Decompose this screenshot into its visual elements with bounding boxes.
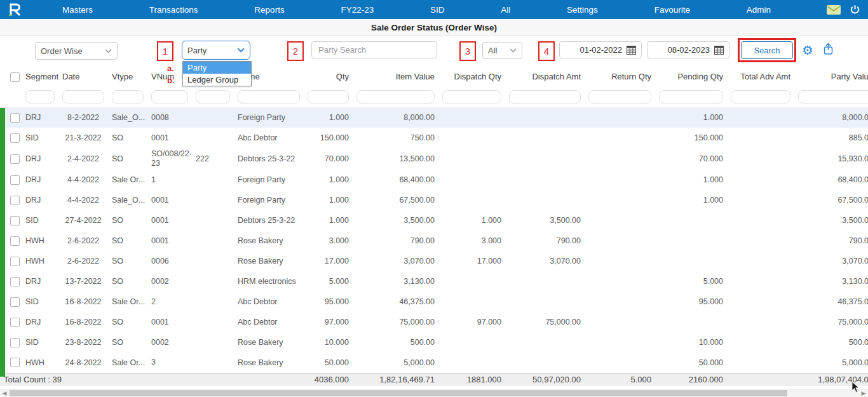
power-icon[interactable] [850,4,860,15]
menu-item-settings[interactable]: Settings [567,5,598,15]
column-header-return_qty[interactable]: Return Qty [585,67,655,86]
table-row[interactable]: HWH24-8-2022Sale Or...3Rose Bakery50.000… [0,353,868,373]
row-checkbox[interactable] [10,236,20,246]
cell-party_value: 8,000.00 [794,107,868,128]
scroll-right-arrow[interactable]: ▶ [859,389,868,397]
row-checkbox[interactable] [10,257,20,266]
date-to-field[interactable]: 08-02-2023 [647,41,729,58]
filter-input-item_value[interactable] [356,90,435,104]
column-header-total_adv_amt[interactable]: Total Adv Amt [727,67,794,86]
filter-input-date[interactable] [62,90,104,104]
cell-dispatch_amt [505,332,585,353]
row-checkbox[interactable] [10,133,20,143]
row-checkbox[interactable] [10,318,20,327]
report-mode-select[interactable]: Order Wise [35,42,118,60]
menu-item-transactions[interactable]: Transactions [149,5,198,15]
dropdown-option-party[interactable]: Party [183,62,251,74]
table-row[interactable]: SID23-8-2022SO0002Rose Bakery10.000500.0… [0,332,868,353]
menu-item-fy22-23[interactable]: FY22-23 [341,5,374,15]
column-header-dispatch_amt[interactable]: Dispatch Amt [505,67,585,86]
row-checkbox[interactable] [10,113,20,123]
cell-vnum: 0001 [147,190,192,210]
cell-segment: HWH [22,231,58,251]
cell-party_value: 790.00 [794,231,868,251]
column-header-date[interactable]: Date [58,67,108,86]
scrollbar-thumb[interactable] [10,390,787,396]
cell-party_value: 68,400.00 [794,170,868,190]
table-row[interactable]: DRJ4-4-2022Sale_O...0001Foreign Party1.0… [0,190,868,210]
cell-pending_qty: 5.000 [655,271,727,292]
table-row[interactable]: SID27-4-2022SO0001Debtors 25-3-221.0003,… [0,210,868,231]
row-checkbox[interactable] [10,297,20,307]
menu-item-all[interactable]: All [501,5,510,15]
filter-cell [438,86,505,107]
cell-party_value: 5,000.00 [794,353,868,373]
table-row[interactable]: DRJ2-4-2022SOSO/008/22-23222Debtors 25-3… [0,148,868,170]
cell-dispatch_amt [505,170,585,190]
table-row[interactable]: DRJ8-2-2022Sale_O...0008Foreign Party1.0… [0,107,868,128]
status-filter-value: All [488,46,497,55]
filter-input-name[interactable] [238,90,300,104]
row-checkbox[interactable] [10,175,20,185]
column-header-segment[interactable]: Segment [22,67,58,86]
row-checkbox[interactable] [10,216,20,225]
menu-item-admin[interactable]: Admin [747,5,771,15]
row-checkbox[interactable] [10,338,20,347]
table-row[interactable]: DRJ16-8-2022SO0001Abc Debtor97.00075,000… [0,312,868,332]
table-row[interactable]: DRJ4-4-2022Sale Or...1Foreign Party1.000… [0,170,868,190]
filter-input-total_adv_amt[interactable] [731,90,790,104]
table-row[interactable]: HWH2-6-2022SO0006Rose Bakery17.0003,070.… [0,251,868,271]
party-type-select[interactable]: Party [182,41,250,60]
column-header-party_value[interactable]: Party Value [794,67,868,86]
column-header-item_value[interactable]: Item Value [353,67,438,86]
table-row[interactable]: SID16-8-2022Sale Or...2Abc Debtor95.0004… [0,292,868,312]
menu-item-reports[interactable]: Reports [254,5,284,15]
cell-party_value: 3,500.00 [794,210,868,231]
row-checkbox[interactable] [10,277,20,286]
cell-qty: 70.000 [304,148,353,170]
filter-input-vnum[interactable] [151,90,188,104]
table-row[interactable]: DRJ13-7-2022SO0002HRM electronics5.0003,… [0,271,868,292]
row-checkbox[interactable] [10,196,20,205]
export-share-icon[interactable] [822,43,834,58]
filter-input-dispatch_qty[interactable] [442,90,501,104]
menu-item-sid[interactable]: SID [430,5,445,15]
date-from-field[interactable]: 01-02-2022 [559,41,642,58]
row-checkbox[interactable] [10,154,20,164]
search-button[interactable]: Search [741,41,793,59]
cell-segment: HWH [22,353,58,373]
status-filter-select[interactable]: All [482,42,522,59]
menu-item-masters[interactable]: Masters [62,5,93,15]
cell-dispatch_qty [438,353,505,373]
dropdown-option-ledger-group[interactable]: Ledger Group [183,74,251,86]
column-header-dispatch_qty[interactable]: Dispatch Qty [438,67,505,86]
table-row[interactable]: HWH2-6-2022SO0001Rose Bakery3.000790.003… [0,231,868,251]
filter-input-dispatch_amt[interactable] [509,90,581,104]
filter-input-pending_qty[interactable] [659,90,723,104]
filter-input-segment[interactable] [25,90,55,104]
filter-input-return_qty[interactable] [588,90,651,104]
cell-party_value: 15,930.00 [794,148,868,170]
settings-gear-icon[interactable]: ⚙ [802,41,813,59]
column-header-qty[interactable]: Qty [304,67,353,86]
filter-input-vtype[interactable] [112,90,144,104]
table-row[interactable]: SID21-3-2022SO0001Abc Debtor150.000750.0… [0,128,868,148]
app-logo[interactable] [0,2,29,17]
row-checkbox[interactable] [10,358,20,367]
menu-item-favourite[interactable]: Favourite [654,5,690,15]
cell-name: Rose Bakery [234,231,304,251]
filter-input-vno[interactable] [196,90,230,104]
party-search-input[interactable] [317,44,431,55]
cell-total_adv_amt [727,190,794,210]
cell-name: Abc Debtor [234,292,304,312]
cell-dispatch_amt [505,353,585,373]
scroll-left-arrow[interactable]: ◀ [0,389,9,397]
annotation-option-b: b. [167,76,175,85]
filter-input-party_value[interactable] [798,90,868,104]
cell-vtype: Sale_O... [108,107,147,128]
column-header-pending_qty[interactable]: Pending Qty [655,67,727,86]
filter-input-qty[interactable] [308,90,349,104]
column-header-vtype[interactable]: Vtype [108,67,147,86]
mail-icon[interactable] [827,5,841,15]
select-all-checkbox[interactable] [10,72,20,82]
